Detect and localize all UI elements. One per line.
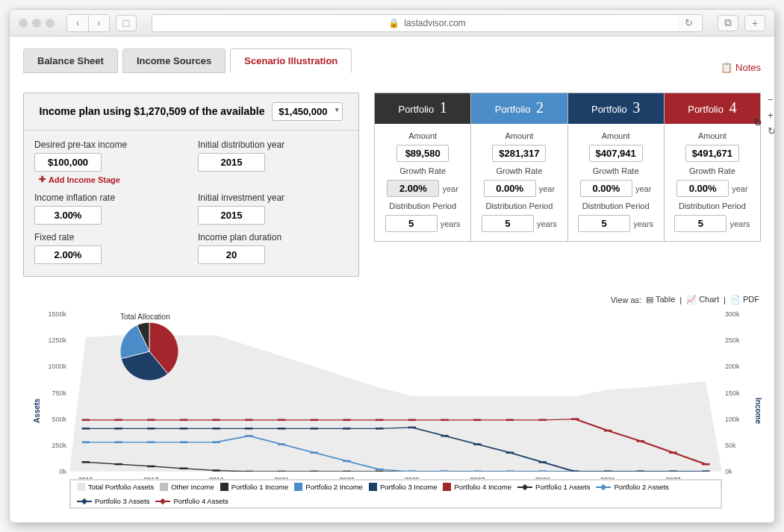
back-button[interactable]: ‹ (67, 15, 88, 31)
address-bar[interactable]: 🔒 lastadvisor.com ↻ (152, 14, 703, 32)
year-col (429, 314, 461, 472)
zoom-icon[interactable] (46, 19, 55, 28)
amount-input[interactable]: $407,941 (589, 145, 643, 162)
dist-input[interactable]: 5 (674, 215, 727, 232)
growth-input[interactable]: 0.00% (676, 180, 729, 197)
inflation-label: Income inflation rate (34, 193, 184, 203)
view-table-link[interactable]: ▤ Table (646, 295, 675, 304)
duration-label: Income plan duration (198, 232, 348, 242)
chart-icon: 📈 (686, 295, 697, 304)
income-plan-panel: Income plan using $1,270,509 of the avai… (23, 93, 359, 277)
portfolio-card-3: Portfolio 3 ↻ Amount $407,941 Growth Rat… (568, 93, 665, 242)
titlebar: ‹ › □ 🔒 lastadvisor.com ↻ ⧉ + (10, 10, 774, 37)
year-col: 2019 (200, 314, 233, 472)
amount-input[interactable]: $89,580 (396, 145, 449, 162)
tabs-overview-button[interactable]: □ (116, 15, 137, 31)
remove-portfolio-button[interactable]: − (768, 94, 774, 105)
growth-input[interactable]: 0.00% (580, 180, 632, 197)
dist-year-label: Initial distribution year (198, 140, 348, 150)
amount-input[interactable]: $281,317 (492, 145, 546, 162)
pdf-icon: 📄 (730, 295, 741, 304)
year-col: 2015 (69, 314, 102, 472)
legend-item[interactable]: Total Portfolio Assets (77, 483, 154, 491)
desired-income-input[interactable]: $100,000 (34, 153, 102, 172)
reload-button[interactable]: ↻ (678, 15, 699, 31)
year-col (689, 314, 722, 472)
share-button[interactable]: ⧉ (718, 15, 738, 31)
available-amount-select[interactable]: $1,450,000 (272, 102, 343, 121)
portfolio-header: Portfolio 4 (665, 93, 760, 124)
browser-window: ‹ › □ 🔒 lastadvisor.com ↻ ⧉ + Balance Sh… (9, 9, 775, 523)
year-col: 2033 (657, 314, 690, 472)
tab-income-sources[interactable]: Income Sources (122, 48, 225, 73)
year-col (233, 314, 266, 472)
view-pdf-link[interactable]: 📄 PDF (730, 295, 759, 304)
fixed-rate-label: Fixed rate (34, 232, 184, 242)
portfolio-cards: Portfolio 1 Amount $89,580 Growth Rate 2… (374, 93, 761, 242)
growth-input[interactable]: 0.00% (484, 180, 536, 197)
window-controls (19, 19, 55, 28)
page-content: Balance Sheet Income Sources Scenario Il… (10, 37, 774, 522)
add-portfolio-button[interactable]: + (768, 110, 774, 121)
year-col: 2031 (591, 314, 624, 472)
portfolio-header: Portfolio 1 (375, 93, 470, 124)
lock-icon: 🔒 (388, 18, 399, 28)
year-col: 2025 (396, 314, 429, 472)
close-icon[interactable] (19, 19, 28, 28)
year-col: 2029 (526, 314, 559, 472)
clipboard-icon: 📋 (721, 62, 732, 73)
tab-balance-sheet[interactable]: Balance Sheet (23, 48, 118, 73)
plus-icon: ✚ (39, 175, 46, 184)
legend-item[interactable]: Portfolio 4 Income (443, 483, 511, 491)
portfolio-card-2: Portfolio 2 Amount $281,317 Growth Rate … (471, 93, 567, 242)
year-col (494, 314, 526, 472)
new-tab-button[interactable]: + (744, 15, 765, 31)
legend-item[interactable]: .x{}Portfolio 2 Assets (596, 483, 668, 491)
inflation-input[interactable]: 3.00% (34, 206, 102, 225)
year-col: 2023 (331, 314, 364, 472)
legend-item[interactable]: .x{}Portfolio 4 Assets (155, 497, 228, 505)
legend-item[interactable]: Portfolio 3 Income (369, 483, 438, 491)
refresh-portfolio-button[interactable]: ↻ (768, 125, 774, 137)
minimize-icon[interactable] (32, 19, 41, 28)
dist-input[interactable]: 5 (482, 215, 534, 232)
allocation-pie: Total Allocation (120, 313, 178, 384)
desired-income-label: Desired pre-tax income (34, 140, 184, 150)
duration-input[interactable]: 20 (198, 245, 265, 264)
legend-item[interactable]: .x{}Portfolio 1 Assets (517, 483, 590, 491)
notes-link[interactable]: 📋 Notes (721, 56, 761, 73)
legend-item[interactable]: Portfolio 2 Income (294, 483, 363, 491)
year-col (559, 314, 592, 472)
invest-year-input[interactable]: 2015 (198, 206, 265, 225)
add-income-stage-button[interactable]: ✚ Add Income Stage (39, 175, 120, 184)
legend-item[interactable]: .x{}Portfolio 3 Assets (77, 497, 149, 505)
forward-button[interactable]: › (88, 15, 109, 31)
portfolio-card-4: Portfolio 4 Amount $491,671 Growth Rate … (665, 93, 761, 242)
nav-buttons: ‹ › (66, 14, 110, 32)
page-tabs: Balance Sheet Income Sources Scenario Il… (23, 48, 761, 73)
growth-input[interactable]: 2.00% (387, 180, 439, 197)
portfolio-card-1: Portfolio 1 Amount $89,580 Growth Rate 2… (374, 93, 471, 242)
chart-legend: Total Portfolio AssetsOther IncomePortfo… (69, 479, 722, 509)
year-col (363, 314, 396, 472)
plan-header: Income plan using $1,270,509 of the avai… (24, 93, 358, 131)
year-col: 2027 (461, 314, 494, 472)
notes-label: Notes (735, 62, 761, 73)
dist-year-input[interactable]: 2015 (198, 153, 265, 172)
legend-item[interactable]: Other Income (160, 483, 214, 491)
amount-input[interactable]: $491,671 (685, 145, 739, 162)
year-col: 2021 (265, 314, 298, 472)
dist-input[interactable]: 5 (385, 215, 438, 232)
tab-scenario-illustration[interactable]: Scenario Illustration (230, 48, 352, 73)
fixed-rate-input[interactable]: 2.00% (34, 245, 102, 264)
view-chart-link[interactable]: 📈 Chart (686, 295, 719, 304)
dist-input[interactable]: 5 (578, 215, 630, 232)
view-as-row: View as: ▤ Table | 📈 Chart | 📄 PDF (611, 295, 759, 304)
year-col (624, 314, 657, 472)
invest-year-label: Initial investment year (198, 193, 348, 203)
legend-item[interactable]: Portfolio 1 Income (220, 483, 289, 491)
portfolio-header: Portfolio 3 (568, 93, 664, 124)
plot-area: 0k250k500k750k1000k1250k1500k 0k50k100k1… (69, 314, 722, 472)
portfolio-header: Portfolio 2 (471, 93, 567, 124)
cycle-icon[interactable]: ↻ (753, 116, 762, 128)
